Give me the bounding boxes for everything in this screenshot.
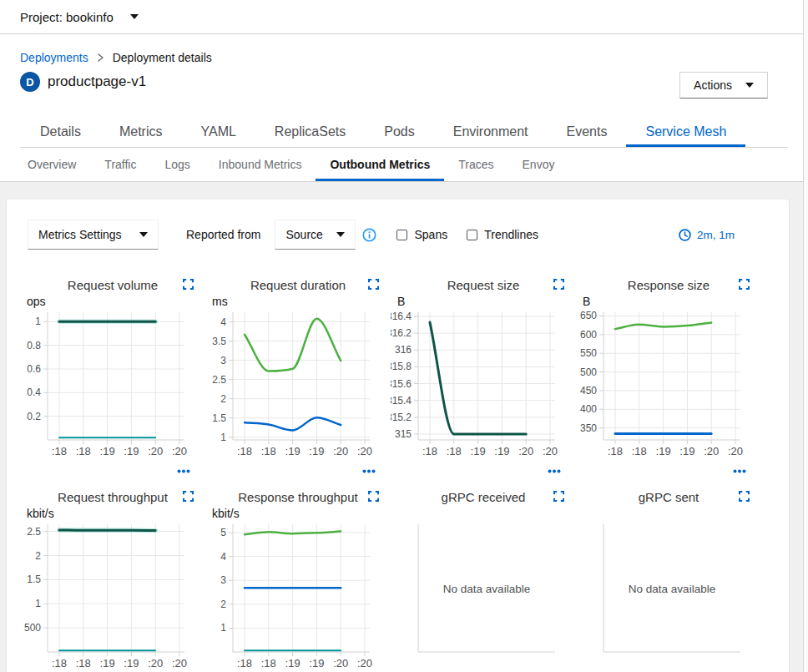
kebab-menu-button[interactable] [733, 469, 746, 473]
breadcrumb-link-deployments[interactable]: Deployments [20, 51, 88, 64]
kebab-menu-button[interactable] [362, 469, 376, 473]
svg-text:3: 3 [220, 574, 226, 586]
expand-button[interactable] [368, 279, 379, 290]
reported-from-dropdown[interactable]: Source [275, 220, 356, 250]
time-range-button[interactable]: 2m, 1m [679, 229, 735, 241]
svg-text:500: 500 [580, 366, 597, 378]
chart-plot-area: 10.80.60.40.2:18:18:19:19:20:20 [20, 308, 205, 458]
svg-text::20: :20 [704, 445, 719, 457]
subtab-traces[interactable]: Traces [444, 148, 508, 181]
tab-replicasets[interactable]: ReplicaSets [255, 117, 365, 147]
svg-text:315.2: 315.2 [391, 412, 412, 423]
subtab-overview[interactable]: Overview [13, 148, 90, 181]
subtab-logs[interactable]: Logs [150, 148, 204, 181]
svg-text::19: :19 [124, 657, 139, 669]
expand-button[interactable] [368, 491, 379, 502]
expand-button[interactable] [553, 279, 564, 290]
kebab-menu-button[interactable] [548, 469, 561, 473]
trendlines-checkbox[interactable] [467, 230, 477, 240]
svg-text:0.2: 0.2 [27, 411, 41, 422]
svg-text::19: :19 [100, 657, 115, 669]
expand-icon [183, 491, 194, 502]
expand-button[interactable] [183, 279, 194, 290]
svg-text:400: 400 [580, 403, 597, 415]
svg-text::20: :20 [518, 445, 533, 457]
metrics-toolbar: Metrics Settings Reported from Source Sp… [28, 220, 768, 250]
svg-text:0.8: 0.8 [27, 340, 41, 351]
svg-text::19: :19 [471, 445, 486, 457]
chart-title: gRPC received [442, 490, 526, 504]
svg-text::20: :20 [357, 445, 372, 457]
chevron-down-icon [336, 232, 345, 237]
svg-text:3: 3 [220, 355, 226, 366]
chart-unit-label: kbit/s [20, 507, 205, 520]
clock-icon [679, 229, 691, 241]
svg-text::19: :19 [285, 445, 300, 457]
ellipsis-icon [362, 469, 376, 473]
svg-text::18: :18 [76, 445, 91, 457]
svg-text:1.5: 1.5 [212, 412, 226, 424]
chart-unit-label [391, 507, 576, 520]
kebab-menu-button[interactable] [177, 469, 190, 473]
svg-text::19: :19 [309, 445, 324, 457]
svg-text::19: :19 [124, 445, 139, 457]
tab-pods[interactable]: Pods [365, 117, 433, 147]
chart-title: Request size [447, 278, 520, 292]
chart-title: Request throughput [58, 490, 168, 504]
chart-title: gRPC sent [639, 490, 699, 504]
svg-text:650: 650 [580, 310, 597, 321]
expand-button[interactable] [183, 491, 194, 502]
actions-button[interactable]: Actions [679, 72, 768, 99]
subtab-traffic[interactable]: Traffic [90, 148, 150, 181]
chart-grpc-received: gRPC received No data available [391, 490, 576, 672]
chevron-down-icon [139, 232, 148, 237]
svg-text:1: 1 [220, 432, 226, 443]
svg-text::18: :18 [447, 445, 462, 457]
expand-icon [739, 491, 750, 502]
tab-events[interactable]: Events [548, 117, 627, 147]
vertical-scrollbar[interactable] [803, 0, 808, 672]
svg-text:1: 1 [35, 316, 41, 327]
chart-request-duration: Request duration ms 43.532.521.51:18:18:… [205, 278, 391, 470]
tab-service-mesh[interactable]: Service Mesh [626, 117, 745, 147]
tab-environment[interactable]: Environment [434, 117, 548, 147]
time-range-label: 2m, 1m [697, 229, 735, 241]
tab-metrics[interactable]: Metrics [100, 117, 182, 147]
chart-response-throughput: Response throughput kbit/s 54321:18:18:1… [205, 490, 391, 672]
metrics-settings-label: Metrics Settings [38, 228, 122, 241]
expand-button[interactable] [553, 491, 564, 502]
spans-checkbox[interactable] [396, 230, 407, 240]
svg-text::19: :19 [285, 657, 300, 669]
svg-text:316: 316 [395, 344, 412, 356]
svg-text:1: 1 [220, 622, 226, 634]
svg-text:2: 2 [220, 393, 226, 405]
metrics-settings-dropdown[interactable]: Metrics Settings [28, 220, 159, 250]
svg-text:550: 550 [580, 347, 597, 359]
subtab-outbound-metrics[interactable]: Outbound Metrics [316, 148, 444, 181]
page-header: Deployments Deployment details D product… [0, 34, 808, 148]
expand-button[interactable] [739, 491, 750, 502]
chart-plot-area: 2.521.51500:18:18:19:19:20:20 [20, 520, 205, 670]
svg-text::20: :20 [148, 657, 163, 669]
chart-response-size: Response size B 650600550500450400350:18… [576, 278, 761, 470]
subtab-inbound-metrics[interactable]: Inbound Metrics [205, 148, 316, 181]
svg-text::19: :19 [309, 657, 324, 669]
subtab-envoy[interactable]: Envoy [508, 148, 569, 181]
project-selector[interactable]: Project: bookinfo [20, 10, 139, 24]
expand-icon [368, 279, 379, 290]
expand-icon [183, 279, 194, 290]
svg-text::18: :18 [237, 445, 252, 457]
expand-icon [368, 491, 379, 502]
metrics-card: Metrics Settings Reported from Source Sp… [7, 200, 789, 672]
svg-text:450: 450 [580, 385, 597, 397]
top-bar: Project: bookinfo [0, 0, 808, 34]
info-button[interactable] [362, 228, 376, 242]
expand-button[interactable] [739, 279, 750, 290]
svg-text::20: :20 [728, 445, 743, 457]
svg-text::19: :19 [656, 445, 671, 457]
svg-text::18: :18 [261, 445, 276, 457]
project-selector-label: Project: bookinfo [20, 10, 114, 24]
chart-request-size: Request size B 316.4316.2316315.8315.631… [391, 278, 576, 470]
tab-details[interactable]: Details [21, 117, 100, 147]
tab-yaml[interactable]: YAML [181, 117, 255, 147]
